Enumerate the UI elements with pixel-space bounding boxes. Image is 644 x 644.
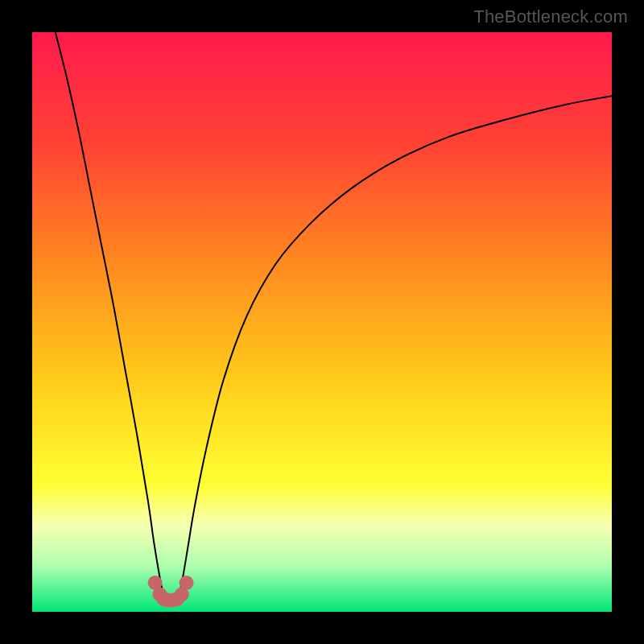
gradient-background xyxy=(32,32,612,612)
marker-trough-markers xyxy=(180,576,194,590)
chart-frame: TheBottleneck.com xyxy=(0,0,644,644)
watermark-text: TheBottleneck.com xyxy=(473,6,628,27)
plot-area xyxy=(32,32,612,612)
plot-svg xyxy=(32,32,612,612)
